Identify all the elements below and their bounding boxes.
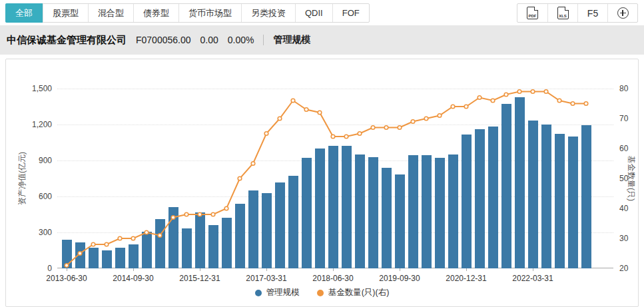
- line-marker-2019-12-31[interactable]: [411, 120, 415, 124]
- line-marker-2018-03-31[interactable]: [318, 111, 322, 115]
- x-label-2015-12-31: 2015-12-31: [179, 274, 220, 283]
- line-marker-2017-09-30[interactable]: [291, 99, 295, 103]
- line-marker-2014-06-30[interactable]: [118, 236, 122, 240]
- line-marker-2022-06-30[interactable]: [544, 90, 548, 94]
- view-title: 管理规模: [273, 34, 310, 46]
- x-tick-mark: [133, 268, 134, 271]
- line-marker-2022-09-30[interactable]: [557, 99, 561, 103]
- x-tick-mark: [200, 268, 200, 271]
- tab-hybrid[interactable]: 混合型: [88, 4, 133, 22]
- left-tick-300: 300: [6, 228, 52, 237]
- line-marker-2020-12-31[interactable]: [464, 105, 468, 109]
- change-percent: 0.00%: [228, 35, 254, 45]
- line-marker-2020-03-31[interactable]: [424, 117, 428, 121]
- x-label-2020-12-31: 2020-12-31: [446, 274, 486, 283]
- plot-area[interactable]: [57, 89, 613, 268]
- legend-item-scale[interactable]: 管理规模: [255, 287, 300, 298]
- line-marker-2023-03-31[interactable]: [584, 102, 588, 106]
- change-value: 0.00: [200, 35, 218, 45]
- tab-equity[interactable]: 股票型: [43, 4, 88, 22]
- line-marker-2013-09-30[interactable]: [78, 252, 82, 256]
- line-marker-2018-06-30[interactable]: [331, 135, 335, 139]
- legend-item-fund-count[interactable]: 基金数量(只)(右): [317, 287, 390, 298]
- line-marker-2019-06-30[interactable]: [384, 126, 388, 130]
- x-label-2019-09-30: 2019-09-30: [379, 274, 420, 283]
- line-marker-2022-12-31[interactable]: [571, 102, 575, 106]
- line-marker-2015-06-30[interactable]: [171, 216, 175, 220]
- company-header: 中信保诚基金管理有限公司 F0700056.00 0.00 0.00% 管理规模: [0, 25, 644, 55]
- scale-series-dot-icon: [255, 290, 262, 296]
- line-marker-2021-06-30[interactable]: [491, 99, 495, 103]
- line-marker-2018-12-31[interactable]: [358, 132, 362, 136]
- line-marker-2015-09-30[interactable]: [184, 212, 188, 216]
- x-tick-mark: [67, 268, 67, 271]
- line-marker-2016-12-31[interactable]: [251, 162, 255, 166]
- line-marker-2013-12-31[interactable]: [91, 242, 95, 246]
- line-marker-2021-12-31[interactable]: [517, 90, 521, 94]
- line-marker-2019-09-30[interactable]: [398, 126, 402, 130]
- line-marker-2020-09-30[interactable]: [451, 105, 455, 109]
- right-tick-40: 40: [619, 204, 628, 213]
- line-marker-2017-03-31[interactable]: [264, 132, 268, 136]
- left-tick-600: 600: [6, 192, 52, 201]
- left-tick-0: 0: [6, 264, 52, 273]
- plus-circle-icon: [617, 7, 629, 19]
- tab-all[interactable]: 全部: [5, 3, 43, 23]
- x-tick-mark: [533, 268, 533, 271]
- add-button[interactable]: [607, 4, 637, 22]
- line-marker-2016-03-31[interactable]: [211, 212, 215, 216]
- refresh-f5-button[interactable]: F5: [577, 4, 607, 22]
- right-tick-70: 70: [619, 114, 628, 123]
- left-tick-1,500: 1,500: [6, 84, 52, 93]
- line-marker-2013-06-30[interactable]: [65, 264, 69, 268]
- tab-qdii[interactable]: QDII: [295, 4, 332, 22]
- x-tick-mark: [333, 268, 334, 271]
- fund-type-tabs: 全部 股票型 混合型 债券型 货币市场型 另类投资 QDII FOF: [5, 3, 370, 23]
- x-label-2014-09-30: 2014-09-30: [113, 274, 153, 283]
- tab-money-market[interactable]: 货币市场型: [178, 4, 241, 22]
- line-marker-2021-03-31[interactable]: [478, 96, 482, 100]
- x-label-2022-03-31: 2022-03-31: [512, 274, 553, 283]
- line-marker-2014-09-30[interactable]: [131, 236, 135, 240]
- x-tick-mark: [466, 268, 467, 271]
- line-marker-2017-06-30[interactable]: [278, 117, 282, 121]
- line-marker-2014-12-31[interactable]: [145, 230, 149, 234]
- line-marker-2022-03-31[interactable]: [531, 90, 535, 94]
- legend-label-fund-count: 基金数量(只)(右): [328, 287, 390, 298]
- x-label-2017-03-31: 2017-03-31: [246, 274, 286, 283]
- line-marker-2016-06-30[interactable]: [224, 206, 228, 210]
- left-axis-tick-labels: 03006009001,2001,500: [6, 59, 52, 306]
- xls-file-icon: XLS: [557, 7, 569, 19]
- company-code: F0700056.00: [136, 35, 191, 45]
- line-marker-2017-12-31[interactable]: [304, 108, 308, 112]
- right-tick-30: 30: [619, 234, 628, 243]
- line-marker-2014-03-31[interactable]: [105, 242, 109, 246]
- company-name: 中信保诚基金管理有限公司: [7, 34, 127, 47]
- top-bar: 全部 股票型 混合型 债券型 货币市场型 另类投资 QDII FOF PDF X…: [0, 0, 644, 25]
- export-xls-button[interactable]: XLS: [547, 4, 577, 22]
- line-marker-2015-03-31[interactable]: [158, 234, 162, 238]
- legend-label-scale: 管理规模: [266, 287, 300, 298]
- x-tick-mark: [266, 268, 267, 271]
- right-tick-20: 20: [619, 264, 628, 273]
- count-series-dot-icon: [317, 290, 324, 296]
- x-label-2013-06-30: 2013-06-30: [46, 274, 87, 283]
- fund-count-line: [57, 89, 613, 268]
- chart-legend: 管理规模 基金数量(只)(右): [6, 287, 638, 298]
- line-marker-2018-09-30[interactable]: [344, 135, 348, 139]
- tab-fof[interactable]: FOF: [332, 4, 369, 22]
- pdf-file-icon: PDF: [527, 7, 538, 19]
- right-tick-80: 80: [619, 84, 628, 93]
- left-tick-1,200: 1,200: [6, 120, 52, 129]
- line-marker-2021-09-30[interactable]: [504, 93, 508, 97]
- export-pdf-button[interactable]: PDF: [517, 4, 547, 22]
- x-label-2018-06-30: 2018-06-30: [312, 274, 353, 283]
- line-marker-2015-12-31[interactable]: [198, 212, 202, 216]
- header-divider: [263, 35, 264, 45]
- line-marker-2016-09-30[interactable]: [238, 176, 242, 180]
- right-axis-title: 基金数量(只): [625, 156, 637, 201]
- line-marker-2019-03-31[interactable]: [371, 126, 375, 130]
- tab-bond[interactable]: 债券型: [133, 4, 178, 22]
- line-marker-2020-06-30[interactable]: [438, 114, 442, 118]
- tab-alternative[interactable]: 另类投资: [241, 4, 295, 22]
